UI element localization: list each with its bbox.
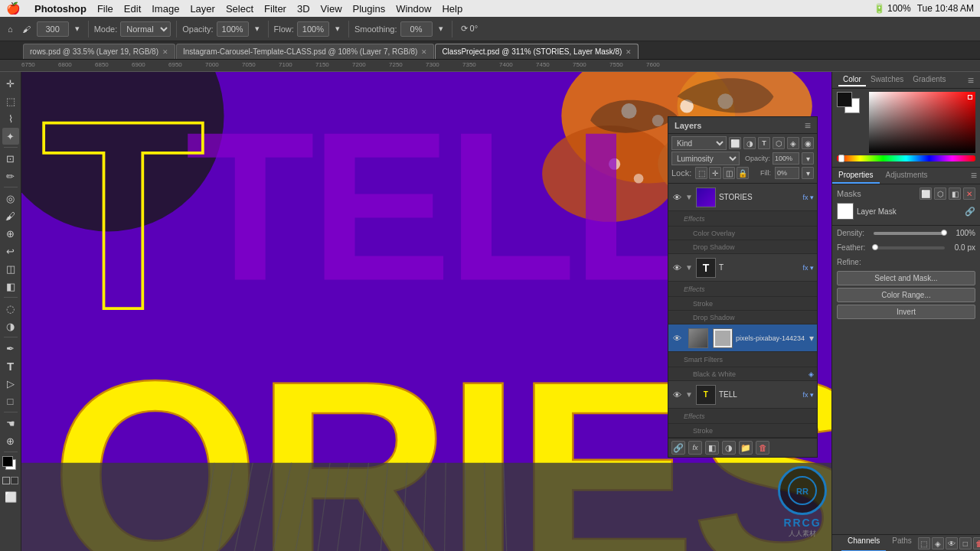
menu-layer[interactable]: Layer bbox=[190, 3, 215, 15]
layer-coloroverlay[interactable]: Color Overlay bbox=[668, 227, 817, 240]
menu-plugins[interactable]: Plugins bbox=[353, 3, 386, 15]
lasso-tool[interactable]: ⌇ bbox=[2, 110, 19, 127]
lock-all[interactable]: 🔒 bbox=[737, 167, 749, 179]
layer-adjust-btn[interactable]: ◑ bbox=[722, 441, 736, 455]
layers-menu-icon[interactable]: ≡ bbox=[805, 119, 811, 132]
flow-input[interactable] bbox=[297, 21, 329, 37]
layer-dropshadow-stories[interactable]: Drop Shadow bbox=[668, 240, 817, 254]
menu-filter[interactable]: Filter bbox=[264, 3, 286, 15]
mask-opt-btn[interactable]: ◧ bbox=[949, 187, 961, 200]
layer-t[interactable]: 👁 ▼ T T fx ▾ bbox=[668, 254, 817, 282]
brush-size-input[interactable] bbox=[37, 21, 69, 37]
layer-mask-btn[interactable]: ◧ bbox=[705, 441, 719, 455]
menu-window[interactable]: Window bbox=[396, 3, 431, 15]
tab-classproject-close[interactable]: ✕ bbox=[626, 48, 632, 56]
filter-text[interactable]: T bbox=[758, 137, 770, 149]
tab-gradients[interactable]: Gradients bbox=[908, 73, 950, 86]
filter-adjust[interactable]: ◑ bbox=[743, 137, 756, 149]
props-panel-menu[interactable]: ≡ bbox=[968, 168, 980, 184]
opacity-arrow[interactable]: ▾ bbox=[802, 152, 814, 165]
mask-del-btn[interactable]: ✕ bbox=[963, 187, 975, 200]
color-panel-header[interactable]: Color Swatches Gradients ≡ bbox=[832, 72, 980, 89]
tab-color[interactable]: Color bbox=[838, 73, 866, 86]
text-tool[interactable]: T bbox=[2, 357, 19, 374]
layer-folder-btn[interactable]: 📁 bbox=[739, 441, 753, 455]
filter-pixel[interactable]: ⬜ bbox=[729, 137, 741, 149]
color-range-btn[interactable]: Color Range... bbox=[837, 288, 975, 302]
layer-pixabay-visibility[interactable]: 👁 bbox=[671, 334, 682, 343]
flow-dropdown[interactable]: ▾ bbox=[332, 22, 343, 35]
normal-mode-icon[interactable] bbox=[2, 477, 10, 484]
layer-stroke-t[interactable]: Stroke bbox=[668, 297, 817, 311]
layer-stories-fx[interactable]: fx ▾ bbox=[802, 194, 814, 201]
eyedropper-tool[interactable]: ✏ bbox=[2, 168, 19, 184]
layer-dropshadow-t[interactable]: Drop Shadow bbox=[668, 311, 817, 324]
foreground-color-tool[interactable] bbox=[2, 456, 13, 467]
feather-slider[interactable] bbox=[874, 246, 945, 249]
layers-panel-header[interactable]: Layers ≡ bbox=[668, 117, 817, 134]
zoom-tool[interactable]: ⊕ bbox=[2, 432, 19, 449]
history-brush[interactable]: ↩ bbox=[2, 243, 19, 259]
blur-tool[interactable]: ◌ bbox=[2, 300, 19, 317]
channels-opt3[interactable]: 👁 bbox=[946, 537, 958, 549]
hue-slider[interactable] bbox=[837, 155, 975, 161]
angle-btn[interactable]: ⟳ 0° bbox=[458, 22, 482, 35]
color-gradient-box[interactable] bbox=[869, 92, 975, 153]
tab-instagram-close[interactable]: ✕ bbox=[421, 48, 427, 56]
fill-input[interactable] bbox=[775, 167, 799, 179]
channels-opt1[interactable]: ⬚ bbox=[918, 537, 930, 549]
layer-tell-fx[interactable]: fx ▾ bbox=[802, 391, 814, 399]
layer-pixabay[interactable]: 👁 pixels-pixabay-144234 ▾ bbox=[668, 324, 817, 352]
layer-fx-btn[interactable]: fx bbox=[688, 441, 702, 455]
tab-channels[interactable]: Channels bbox=[841, 535, 886, 551]
layer-effects-tell[interactable]: Effects bbox=[668, 409, 817, 424]
layer-bw[interactable]: Black & White ◈ bbox=[668, 367, 817, 381]
gradient-tool[interactable]: ◧ bbox=[2, 278, 19, 295]
fill-arrow[interactable]: ▾ bbox=[802, 167, 814, 179]
eraser-tool[interactable]: ◫ bbox=[2, 260, 19, 277]
filter-smart[interactable]: ◈ bbox=[787, 137, 799, 149]
color-panel-menu[interactable]: ≡ bbox=[968, 74, 974, 86]
menu-image[interactable]: Image bbox=[152, 3, 179, 15]
layer-del-btn[interactable]: 🗑 bbox=[756, 441, 769, 455]
tab-rows[interactable]: rows.psd @ 33.5% (Layer 19, RGB/8) ✕ bbox=[23, 44, 175, 59]
smoothing-input[interactable] bbox=[400, 21, 433, 37]
layer-opacity-input[interactable] bbox=[773, 152, 799, 165]
layer-tell-expand[interactable]: ▼ bbox=[685, 390, 693, 399]
lock-move[interactable]: ✛ bbox=[709, 167, 721, 179]
app-name[interactable]: Photoshop bbox=[34, 3, 87, 15]
layer-tell-visibility[interactable]: 👁 bbox=[671, 390, 682, 399]
shape-tool[interactable]: □ bbox=[2, 393, 19, 409]
opacity-dropdown[interactable]: ▾ bbox=[252, 22, 263, 35]
magic-wand-tool[interactable]: ✦ bbox=[2, 128, 19, 145]
layer-stroke-tell[interactable]: Stroke bbox=[668, 424, 817, 438]
menu-view[interactable]: View bbox=[321, 3, 342, 15]
dodge-tool[interactable]: ◑ bbox=[2, 318, 19, 334]
brush-preset-btn[interactable]: ▾ bbox=[72, 22, 83, 35]
home-button[interactable]: ⌂ bbox=[5, 23, 16, 35]
menu-help[interactable]: Help bbox=[442, 3, 462, 15]
tab-swatches[interactable]: Swatches bbox=[866, 73, 908, 86]
tab-classproject[interactable]: ClassProject.psd @ 311% (STORIES, Layer … bbox=[435, 44, 639, 59]
brush-tool[interactable]: 🖌 bbox=[2, 207, 19, 224]
menu-edit[interactable]: Edit bbox=[124, 3, 141, 15]
layer-stories[interactable]: 👁 ▼ STORIES fx ▾ bbox=[668, 184, 817, 211]
pixel-mask-btn[interactable]: ⬜ bbox=[920, 187, 932, 200]
kind-select[interactable]: Kind bbox=[671, 136, 727, 150]
density-slider[interactable] bbox=[874, 232, 945, 235]
tab-rows-close[interactable]: ✕ bbox=[162, 48, 168, 56]
channels-opt4[interactable]: □ bbox=[959, 537, 972, 549]
crop-tool[interactable]: ⊡ bbox=[2, 150, 19, 167]
selection-tool[interactable]: ⬚ bbox=[2, 93, 19, 109]
tab-adjustments[interactable]: Adjustments bbox=[880, 168, 934, 184]
vector-mask-btn[interactable]: ⬡ bbox=[934, 187, 946, 200]
quick-mask-icon[interactable] bbox=[11, 477, 18, 484]
layer-effects-stories[interactable]: Effects bbox=[668, 211, 817, 227]
opacity-input[interactable] bbox=[217, 21, 249, 37]
heal-tool[interactable]: ◎ bbox=[2, 190, 19, 207]
menu-select[interactable]: Select bbox=[226, 3, 253, 15]
lock-pixels[interactable]: ⬚ bbox=[695, 167, 707, 179]
layer-link-btn[interactable]: 🔗 bbox=[671, 441, 685, 455]
layer-pixabay-expand[interactable]: ▾ bbox=[809, 333, 814, 344]
invert-btn[interactable]: Invert bbox=[837, 305, 975, 319]
